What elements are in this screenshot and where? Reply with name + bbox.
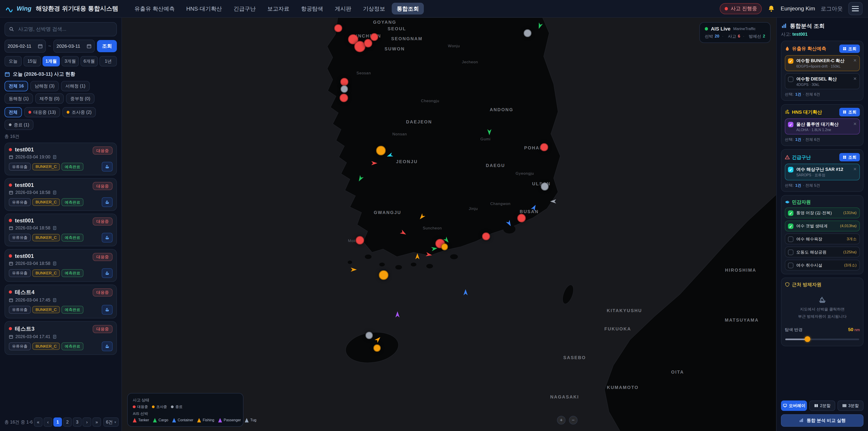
date-query-button[interactable]: 조회 [97,40,117,52]
page-number-button[interactable]: 1 [53,418,62,427]
ship-icon [104,199,110,205]
last-page-button[interactable]: » [92,418,101,427]
incident-marker[interactable] [373,344,381,352]
incident-card[interactable]: 대응중 test001 2026-03-04 19:00 [4,143,117,175]
scenario-checkbox[interactable] [788,58,794,64]
nav-item[interactable]: 유출유 확산예측 [129,3,180,15]
region-chip[interactable]: 서해청 (1) [61,81,90,91]
incident-marker[interactable] [341,86,348,93]
incident-marker[interactable] [364,39,373,48]
view-split3-button[interactable]: 3분할 [837,400,864,411]
date-to-input[interactable]: 2026-03-11 [53,39,95,53]
nav-item[interactable]: 게시판 [330,3,356,15]
radius-slider[interactable] [785,336,859,342]
status-chip[interactable]: 조사중 (2) [62,107,96,118]
resource-checkbox[interactable] [788,237,794,242]
incident-marker[interactable] [376,146,386,155]
slider-fill [785,339,807,340]
logout-button[interactable]: 로그아웃 [820,5,843,12]
incident-card[interactable]: 대응중 test001 2026-03-04 18:58 [4,178,117,211]
bell-icon[interactable] [767,5,775,12]
zoom-out-button[interactable]: − [569,416,578,425]
view-on-map-button[interactable] [102,341,113,351]
status-chip[interactable]: 종료 (1) [4,120,34,130]
remove-scenario-button[interactable]: × [853,121,857,127]
view-split2-button[interactable]: 2분할 [809,400,835,411]
page-size-select[interactable]: 6건 ▾ [103,418,119,427]
scenario-checkbox[interactable] [788,76,794,82]
region-chip[interactable]: 동해청 (1) [4,93,33,104]
quick-range-button[interactable]: 3개월 [61,56,79,66]
remove-scenario-button[interactable]: × [853,166,857,172]
date-from-input[interactable]: 2026-02-11 [4,39,46,53]
hns-query-button[interactable]: 조회 [839,108,860,116]
slider-thumb[interactable] [805,336,810,342]
quick-range-button[interactable]: 1년 [99,56,117,66]
hamburger-menu-button[interactable] [848,2,863,15]
incident-card[interactable]: 대응중 test001 2026-03-04 18:58 [4,249,117,282]
scenario-item[interactable]: 여수 해상구난 SAR #12 SAROPS · 표류점 × [785,164,860,180]
map-canvas[interactable]: GOYANGSEOULINCHEONSEONGNAMSUWONWonjuJech… [122,18,776,431]
resource-item[interactable]: 여수 해수욕장 3개소 [785,234,860,244]
view-on-map-button[interactable] [102,268,113,278]
incident-marker[interactable] [366,332,373,339]
resource-checkbox[interactable] [788,263,794,268]
remove-scenario-button[interactable]: × [853,58,857,63]
incident-card[interactable]: 대응중 test001 2026-03-04 18:58 [4,214,117,246]
incident-card[interactable]: 대응중 테스트4 2026-03-04 17:45 [4,284,117,318]
page-number-button[interactable]: 3 [73,418,81,427]
view-on-map-button[interactable] [102,197,113,207]
incident-marker[interactable] [355,236,364,245]
ship-icon [104,343,110,349]
pagination-bar: 총 16건 중 1-6 « ‹ 123 › » 6건 ▾ [4,418,117,427]
quick-range-button[interactable]: 6개월 [81,56,98,66]
nav-item[interactable]: HNS·대기확산 [181,3,227,15]
first-page-button[interactable]: « [34,418,42,427]
page-number-button[interactable]: 2 [63,418,72,427]
scenario-item[interactable]: 울산 톨루엔 대기확산 ALOHA · 1.8LN 1.2ne × [785,118,860,134]
view-overlay-button[interactable]: 오버레이 [781,400,807,411]
nav-item[interactable]: 보고자료 [262,3,294,15]
region-chip[interactable]: 전체 16 [4,81,28,91]
resource-item[interactable]: 통영 어장 (김·전복) (131ha) [785,208,860,218]
remove-scenario-button[interactable]: × [853,76,857,81]
prev-page-button[interactable]: ‹ [43,418,52,427]
next-page-button[interactable]: › [83,418,91,427]
incident-active-badge[interactable]: 사고 진행중 [720,3,762,14]
region-chip[interactable]: 제주청 (0) [35,93,64,104]
quick-range-button[interactable]: 오늘 [4,56,22,66]
zoom-in-button[interactable]: + [557,416,565,425]
scenario-item[interactable]: 여수항 BUNKER-C 확산 6DGPS+6point-drift · 150… [785,55,860,71]
oil-spill-query-button[interactable]: 조회 [839,44,860,53]
resource-item[interactable]: 오동도 해상공원 (125ha) [785,247,860,257]
region-chip[interactable]: 중부청 (0) [66,93,94,104]
quick-range-button[interactable]: 1개월 [42,56,60,66]
scenario-item[interactable]: 여수항 DIESEL 확산 4DGPS · 30kL × [785,73,860,89]
resource-checkbox[interactable] [788,249,794,255]
view-on-map-button[interactable] [102,162,113,172]
run-comparison-button[interactable]: 통합 분석 비교 실행 [781,414,864,427]
resource-checkbox[interactable] [788,223,794,229]
incident-marker[interactable] [517,214,526,222]
search-input[interactable] [17,26,113,33]
region-chip[interactable]: 남해청 (3) [30,81,59,91]
resource-item[interactable]: 여수 갯벌 생태계 (4,013ha) [785,221,860,232]
resource-item[interactable]: 여수 취수시설 (3개소) [785,260,860,271]
incident-marker[interactable] [340,94,348,102]
view-on-map-button[interactable] [102,305,113,315]
incident-card[interactable]: 대응중 테스트3 2026-03-04 17:41 [4,321,117,355]
nav-item[interactable]: 통합조회 [392,3,424,15]
scenario-checkbox[interactable] [788,122,794,127]
resource-checkbox[interactable] [788,210,794,216]
nav-item[interactable]: 항공탐색 [296,3,328,15]
status-chip[interactable]: 대응중 (13) [24,107,60,118]
nav-item[interactable]: 기상정보 [358,3,390,15]
incident-marker[interactable] [379,270,389,280]
view-on-map-button[interactable] [102,233,113,243]
sar-query-button[interactable]: 조회 [839,153,860,161]
scenario-checkbox[interactable] [788,167,794,172]
status-chip-label: 전체 [9,109,18,115]
nav-item[interactable]: 긴급구난 [228,3,260,15]
quick-range-button[interactable]: 15일 [24,56,41,66]
status-chip[interactable]: 전체 [4,107,22,118]
